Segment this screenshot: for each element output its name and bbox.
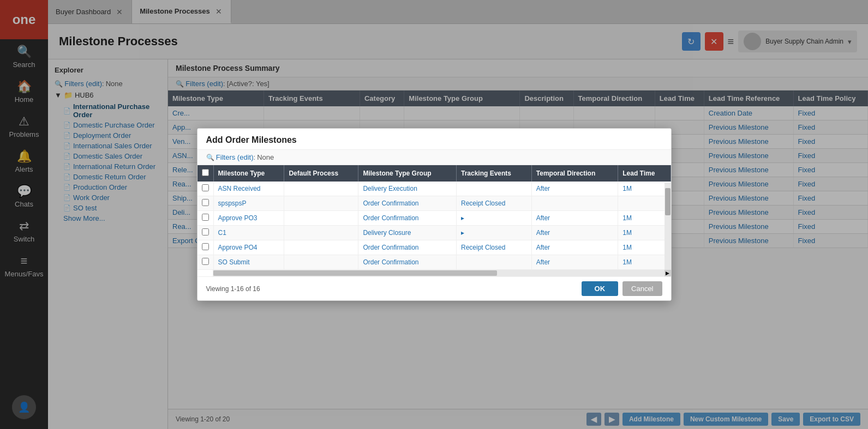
row-checkbox-1[interactable] [202,184,209,191]
modal-footer: Viewing 1-16 of 16 OK Cancel [197,276,671,300]
modal-buttons: OK Cancel [582,281,662,296]
modal-filters: 🔍 Filters (edit): None [197,150,671,165]
modal-col-group: Milestone Type Group [358,165,457,182]
modal-table-row: ASN Received Delivery Execution After 1M [197,182,671,196]
col-checkbox [197,165,214,182]
modal-col-milestone-type: Milestone Type [213,165,284,182]
modal-hscroll-thumb [213,270,498,276]
modal-col-direction: Temporal Direction [531,165,618,182]
modal-horizontal-scrollbar[interactable]: ▶ [213,270,671,276]
modal-col-default-process: Default Process [284,165,358,182]
row-checkbox-5[interactable] [202,243,209,250]
row-checkbox-4[interactable] [202,228,209,235]
row-checkbox-2[interactable] [202,199,209,206]
modal-table: Milestone Type Default Process Milestone… [197,165,671,270]
modal-overlay[interactable]: Add Order Milestones 🔍 Filters (edit): N… [0,0,868,429]
modal-table-row: C1 Delivery Closure ▸ After 1M [197,226,671,240]
modal-cancel-button[interactable]: Cancel [622,281,662,296]
modal-viewing-text: Viewing 1-16 of 16 [206,285,260,293]
row-checkbox-6[interactable] [202,258,209,265]
row-checkbox-3[interactable] [202,214,209,221]
modal-table-row: SO Submit Order Confirmation After 1M [197,255,671,270]
modal-filters-edit[interactable]: Filters (edit) [216,153,254,161]
select-all-checkbox[interactable] [202,169,209,176]
modal-cell-milestone-type[interactable]: ASN Received [213,182,284,196]
modal-table-row: Approve PO4 Order Confirmation Receipt C… [197,240,671,255]
modal-table-row: Approve PO3 Order Confirmation ▸ After 1… [197,211,671,226]
modal-title: Add Order Milestones [197,129,671,150]
modal-vertical-scrollbar[interactable] [665,183,671,270]
modal-vscroll-thumb [665,188,671,215]
hscroll-right-arrow[interactable]: ▶ [665,270,671,276]
modal-add-order-milestones: Add Order Milestones 🔍 Filters (edit): N… [197,128,672,301]
modal-col-tracking-events: Tracking Events [457,165,532,182]
modal-ok-button[interactable]: OK [582,281,619,296]
modal-table-row: spspspsP Order Confirmation Receipt Clos… [197,196,671,211]
modal-col-lead-time: Lead Time [618,165,671,182]
modal-table-wrap: Milestone Type Default Process Milestone… [197,165,671,270]
